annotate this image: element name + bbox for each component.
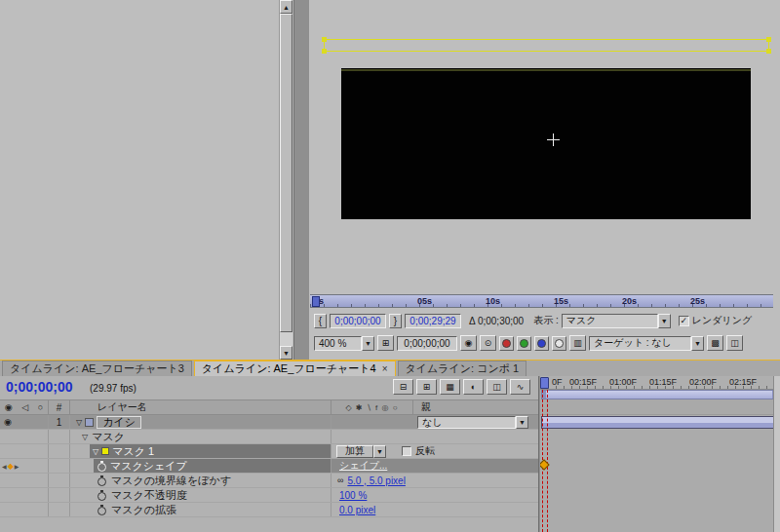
- show-snapshot-icon[interactable]: ⊙: [480, 335, 496, 351]
- left-panel-scrollbar[interactable]: ▲ ▼: [279, 0, 292, 360]
- layer-duration-bar[interactable]: [541, 416, 775, 429]
- next-keyframe-icon[interactable]: ▶: [15, 463, 20, 470]
- in-point-field[interactable]: 0;00;00;00: [330, 314, 386, 328]
- comp-time-ruler[interactable]: 0s 05s 10s 15s 20s 25s: [310, 294, 773, 308]
- ruler-label: 20s: [622, 296, 637, 306]
- scroll-down-icon[interactable]: ▼: [280, 346, 292, 360]
- mask-outline[interactable]: [324, 39, 769, 52]
- chevron-down-icon[interactable]: ▼: [362, 336, 374, 351]
- chevron-down-icon[interactable]: ▼: [658, 314, 671, 328]
- view-dropdown[interactable]: マスク ▼: [562, 314, 671, 328]
- mask-group-row[interactable]: ▽ マスク: [0, 430, 538, 444]
- layer-name-field[interactable]: カイシ: [97, 416, 141, 429]
- anchor-crosshair: [547, 133, 560, 146]
- out-point-field[interactable]: 0;00;29;29: [405, 314, 461, 328]
- mask-feather-row[interactable]: マスクの境界線をぼかす ∞ 5.0 , 5.0 pixel: [0, 474, 538, 488]
- mask-invert-checkbox[interactable]: [402, 446, 411, 456]
- current-time-indicator-line[interactable]: [547, 390, 548, 532]
- transparency-grid-icon[interactable]: ▩: [707, 335, 723, 351]
- stopwatch-icon[interactable]: [98, 505, 107, 515]
- layer-name-header[interactable]: レイヤー名: [70, 400, 332, 414]
- project-panel: ▲ ▼: [0, 0, 294, 360]
- timeline-time-ruler[interactable]: 0F 00:15F 01:00F 01:15F 02:00F 02:15F: [540, 376, 780, 390]
- parent-dropdown[interactable]: なし ▼: [417, 416, 528, 429]
- chevron-down-icon[interactable]: ▼: [373, 445, 386, 458]
- mask-expansion-row[interactable]: マスクの拡張 0.0 pixel: [0, 503, 538, 517]
- mask-mode-value[interactable]: 加算: [336, 445, 373, 458]
- av-cell: [0, 488, 49, 502]
- layer-color-swatch[interactable]: [85, 418, 94, 427]
- mask-shape-value[interactable]: シェイプ...: [339, 459, 387, 473]
- layer-row-kaishi[interactable]: ◉ 1 ▽ カイシ なし ▼: [0, 415, 538, 430]
- blue-channel-icon[interactable]: [534, 336, 549, 351]
- mask-handle[interactable]: [322, 37, 327, 42]
- mask-opacity-value[interactable]: 100 %: [339, 490, 367, 501]
- mask-feather-value[interactable]: 5.0 , 5.0 pixel: [347, 475, 405, 486]
- mask-expansion-value[interactable]: 0.0 pixel: [339, 505, 375, 515]
- link-icon[interactable]: ∞: [337, 476, 343, 485]
- draft-3d-icon[interactable]: ▦: [440, 379, 460, 395]
- safe-margins-icon[interactable]: ⊞: [377, 335, 394, 351]
- twirl-icon[interactable]: ▽: [76, 418, 82, 427]
- scrollbar-thumb[interactable]: [280, 14, 292, 332]
- mask-handle[interactable]: [766, 49, 771, 54]
- prev-keyframe-icon[interactable]: ◀: [2, 463, 7, 470]
- twirl-icon[interactable]: ▽: [93, 447, 98, 456]
- zoom-value[interactable]: 400 %: [314, 336, 362, 351]
- av-features-header: ◉ ◁ ○: [0, 400, 49, 414]
- comp-timecode-button[interactable]: 0;00;00;00: [397, 336, 457, 351]
- view-layout-icon[interactable]: ◫: [726, 335, 743, 351]
- current-timecode[interactable]: 0;00;00;00: [6, 379, 73, 395]
- stopwatch-icon[interactable]: [98, 475, 107, 486]
- tab-timeline-flowchart3[interactable]: タイムライン: AE_フローチャート3: [2, 361, 192, 376]
- set-in-point-button[interactable]: {: [314, 314, 327, 328]
- mask-mode-dropdown[interactable]: 加算 ▼: [336, 445, 386, 458]
- mask-shape-selection[interactable]: マスクシェイプ: [94, 459, 331, 473]
- mask1-selection[interactable]: ▽ マスク 1: [90, 444, 331, 458]
- timeline-right-scrollbar[interactable]: [773, 376, 780, 532]
- eye-icon[interactable]: ◉: [0, 418, 12, 427]
- stopwatch-icon[interactable]: [98, 490, 107, 501]
- ruler-label: 15s: [554, 296, 568, 306]
- green-channel-icon[interactable]: [517, 336, 531, 351]
- parent-dropdown-value[interactable]: なし: [417, 416, 516, 429]
- set-out-point-button[interactable]: }: [389, 314, 402, 328]
- alpha-channel-icon[interactable]: [552, 336, 566, 351]
- comp-family-icon[interactable]: ⊟: [393, 379, 413, 395]
- mask-shape-row[interactable]: ◀ ◆ ▶ マスクシェイプ シェイプ...: [0, 459, 538, 474]
- twirl-icon[interactable]: ▽: [82, 433, 88, 441]
- rendering-checkbox[interactable]: ✓: [679, 316, 689, 326]
- zoom-dropdown[interactable]: 400 % ▼: [314, 336, 374, 351]
- tab-timeline-flowchart4[interactable]: タイムライン: AE_フローチャート4 ×: [194, 361, 396, 376]
- composition-viewport[interactable]: [309, 0, 780, 294]
- resolution-icon[interactable]: ▥: [569, 335, 586, 351]
- keyframe-diamond-icon[interactable]: [540, 459, 550, 470]
- mask1-row[interactable]: ▽ マスク 1 加算 ▼ 反転: [0, 444, 538, 459]
- num-cell: [49, 430, 70, 443]
- close-icon[interactable]: ×: [382, 363, 388, 374]
- target-dropdown[interactable]: ターゲット : なし ▼: [589, 336, 704, 351]
- frame-blend-icon[interactable]: ◐: [463, 379, 484, 395]
- mask-handle[interactable]: [322, 49, 327, 54]
- graph-editor-icon[interactable]: ∿: [510, 379, 530, 395]
- target-dropdown-value[interactable]: ターゲット : なし: [589, 336, 691, 351]
- num-cell: [49, 444, 70, 458]
- keyframe-toggle-icon[interactable]: ◆: [8, 462, 14, 471]
- mask-handle[interactable]: [766, 37, 771, 42]
- mask-opacity-row[interactable]: マスク不透明度 100 %: [0, 488, 538, 503]
- current-time-indicator-handle[interactable]: [540, 377, 549, 389]
- chevron-down-icon[interactable]: ▼: [691, 336, 704, 351]
- work-area-bar[interactable]: [541, 390, 777, 399]
- tab-timeline-comp1[interactable]: タイムライン: コンポ 1: [398, 361, 527, 376]
- mask-color-swatch[interactable]: [101, 447, 109, 455]
- motion-blur-icon[interactable]: ◫: [487, 379, 507, 395]
- stopwatch-icon[interactable]: [98, 461, 107, 472]
- view-dropdown-value[interactable]: マスク: [562, 314, 658, 328]
- comp-flowchart-icon[interactable]: ⊞: [416, 379, 437, 395]
- mask1-label: マスク 1: [112, 444, 154, 459]
- current-time-marker[interactable]: [312, 296, 320, 307]
- scroll-up-icon[interactable]: ▲: [280, 0, 292, 14]
- snapshot-icon[interactable]: ◉: [460, 335, 477, 351]
- red-channel-icon[interactable]: [499, 336, 514, 351]
- chevron-down-icon[interactable]: ▼: [516, 416, 528, 429]
